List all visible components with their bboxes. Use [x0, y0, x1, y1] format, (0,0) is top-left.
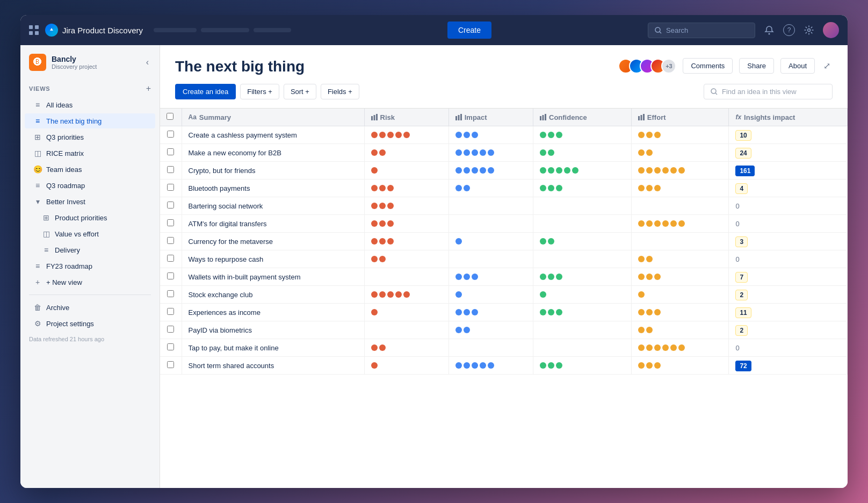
fx-icon: fx	[735, 113, 741, 121]
grid-icon[interactable]	[29, 25, 39, 35]
sidebar-item-q3-roadmap[interactable]: ≡ Q3 roadmap	[25, 178, 155, 193]
settings-icon[interactable]	[801, 23, 816, 38]
row-checkbox[interactable]	[167, 166, 174, 173]
share-button[interactable]: Share	[739, 58, 774, 74]
table-row[interactable]: Experiences as income11	[160, 304, 848, 321]
list-icon: ≡	[33, 181, 42, 190]
app-logo[interactable]: Jira Product Discovery	[45, 24, 143, 37]
table-row[interactable]: ATM's for digital transfers0	[160, 215, 848, 233]
nav-search-box[interactable]: Search	[648, 23, 755, 38]
row-checkbox[interactable]	[167, 361, 174, 368]
row-checkbox[interactable]	[167, 326, 174, 333]
table-row[interactable]: Crypto, but for friends161	[160, 162, 848, 179]
table-row[interactable]: Stock exchange club2	[160, 286, 848, 304]
create-idea-button[interactable]: Create an idea	[175, 84, 236, 99]
table-row[interactable]: Tap to pay, but make it online0	[160, 339, 848, 357]
bar-chart-icon	[455, 114, 462, 120]
select-all-checkbox[interactable]	[167, 113, 173, 120]
row-summary[interactable]: Crypto, but for friends	[182, 162, 364, 179]
sidebar-item-q3-priorities[interactable]: ⊞ Q3 priorities	[25, 130, 155, 145]
row-summary[interactable]: Create a cashless payment system	[182, 126, 364, 144]
sidebar-item-next-big-thing[interactable]: ≡ The next big thing	[25, 113, 155, 128]
svg-rect-22	[643, 114, 645, 120]
row-checkbox[interactable]	[167, 148, 174, 155]
row-checkbox[interactable]	[167, 272, 174, 279]
sidebar-item-new-view[interactable]: + + New view	[25, 275, 155, 290]
table-row[interactable]: Bluetooth payments4	[160, 179, 848, 197]
row-summary[interactable]: Short term shared accounts	[182, 357, 364, 375]
data-refresh-label: Data refreshed 21 hours ago	[20, 332, 160, 347]
expand-button[interactable]: ⤢	[821, 59, 833, 73]
row-summary[interactable]: Currency for the metaverse	[182, 233, 364, 250]
user-avatar[interactable]	[823, 22, 839, 38]
table-row[interactable]: Short term shared accounts72	[160, 357, 848, 375]
table-row[interactable]: PayID via biometrics2	[160, 321, 848, 339]
sidebar-item-all-ideas[interactable]: ≡ All ideas	[25, 97, 155, 112]
fields-button[interactable]: Fields +	[321, 84, 359, 99]
table-header: Aa Summary Risk	[160, 109, 848, 126]
svg-point-7	[769, 33, 770, 35]
table-row[interactable]: Wallets with in-built payment system7	[160, 268, 848, 286]
search-view-input[interactable]: Find an idea in this view	[704, 84, 833, 99]
row-checkbox[interactable]	[167, 343, 174, 350]
row-checkbox[interactable]	[167, 255, 174, 262]
row-summary[interactable]: Ways to repurpose cash	[182, 250, 364, 268]
table-row[interactable]: Ways to repurpose cash0	[160, 250, 848, 268]
table-row[interactable]: Make a new economy for B2B24	[160, 144, 848, 162]
row-checkbox[interactable]	[167, 131, 174, 138]
svg-point-9	[711, 89, 716, 94]
header-impact: Impact	[449, 109, 533, 126]
row-summary[interactable]: PayID via biometrics	[182, 321, 364, 339]
row-summary[interactable]: Make a new economy for B2B	[182, 144, 364, 162]
row-summary[interactable]: Wallets with in-built payment system	[182, 268, 364, 286]
sidebar-item-label: Q3 roadmap	[46, 182, 85, 190]
row-summary[interactable]: Tap to pay, but make it online	[182, 339, 364, 357]
row-impact	[449, 304, 533, 321]
table-row[interactable]: Currency for the metaverse3	[160, 233, 848, 250]
sidebar-item-archive[interactable]: 🗑 Archive	[25, 300, 155, 315]
table-row[interactable]: Bartering social network0	[160, 197, 848, 215]
sidebar-group-better-invest[interactable]: ▾ Better Invest	[25, 194, 155, 209]
grid-icon: ⊞	[42, 213, 50, 222]
row-effort	[631, 250, 729, 268]
nav-create-button[interactable]: Create	[447, 21, 491, 39]
row-summary[interactable]: Stock exchange club	[182, 286, 364, 304]
row-checkbox[interactable]	[167, 184, 174, 191]
row-summary[interactable]: Bartering social network	[182, 197, 364, 215]
comments-button[interactable]: Comments	[683, 58, 733, 74]
svg-rect-0	[29, 25, 33, 29]
row-checkbox[interactable]	[167, 237, 174, 244]
help-icon[interactable]: ?	[783, 24, 795, 36]
add-view-button[interactable]: +	[146, 84, 151, 94]
sidebar-collapse-button[interactable]: ‹	[144, 55, 151, 69]
sidebar-item-label: RICE matrix	[46, 149, 84, 157]
row-checkbox[interactable]	[167, 290, 174, 297]
row-checkbox[interactable]	[167, 202, 174, 209]
sidebar-item-product-priorities[interactable]: ⊞ Product priorities	[25, 210, 155, 225]
about-button[interactable]: About	[780, 58, 815, 74]
header-checkbox[interactable]	[160, 109, 182, 126]
avatar-count[interactable]: +3	[661, 59, 676, 74]
bar-chart-icon	[638, 114, 645, 120]
sidebar-item-project-settings[interactable]: ⚙ Project settings	[25, 316, 155, 331]
list-icon: ≡	[42, 246, 50, 254]
row-checkbox[interactable]	[167, 219, 174, 226]
row-summary[interactable]: ATM's for digital transfers	[182, 215, 364, 233]
sidebar-item-fy23-roadmap[interactable]: ≡ FY23 roadmap	[25, 258, 155, 274]
row-summary[interactable]: Experiences as income	[182, 304, 364, 321]
sidebar-item-value-vs-effort[interactable]: ◫ Value vs effort	[25, 226, 155, 241]
filters-button[interactable]: Filters +	[240, 84, 279, 99]
svg-rect-12	[373, 115, 375, 120]
sidebar-item-team-ideas[interactable]: 😊 Team ideas	[25, 162, 155, 177]
main-content: 🅑 Bancly Discovery project ‹ VIEWS + ≡ A…	[20, 45, 848, 488]
row-checkbox[interactable]	[167, 308, 174, 315]
table-row[interactable]: Create a cashless payment system10	[160, 126, 848, 144]
sidebar-item-delivery[interactable]: ≡ Delivery	[25, 242, 155, 257]
sort-button[interactable]: Sort +	[284, 84, 316, 99]
sidebar-item-rice-matrix[interactable]: ◫ RICE matrix	[25, 146, 155, 161]
bell-icon[interactable]	[762, 23, 777, 38]
emoji-icon: 😊	[33, 165, 42, 174]
row-summary[interactable]: Bluetooth payments	[182, 179, 364, 197]
row-impact	[449, 321, 533, 339]
row-effort	[631, 126, 729, 144]
